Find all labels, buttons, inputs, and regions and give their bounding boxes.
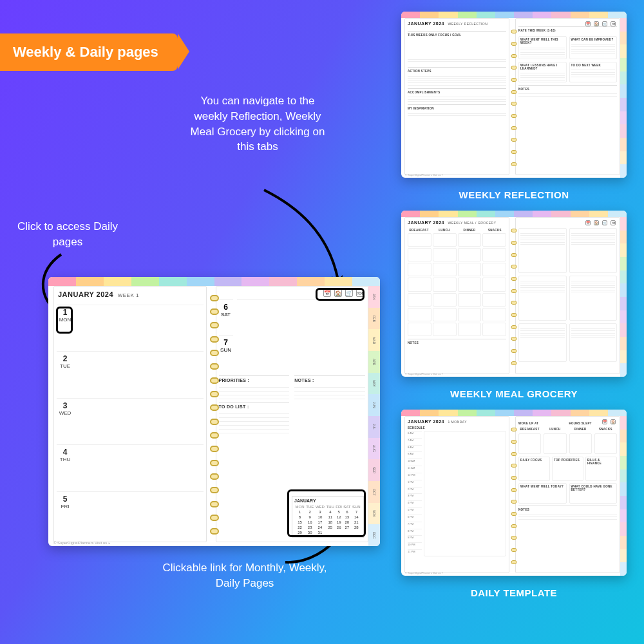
thumb-daily-template[interactable]: JANUARY 2024 1 MONDAY SCHEDULE 6 AM7 AM8… <box>401 410 627 576</box>
day-link[interactable]: 6SAT <box>219 299 233 335</box>
page-title-ribbon: Weekly & Daily pages <box>0 33 178 71</box>
day-link[interactable]: 5FRI <box>57 491 73 538</box>
thumb-weekly-reflection[interactable]: JANUARY 2024 WEEKLY REFLECTION THIS WEEK… <box>401 12 627 178</box>
home-icon[interactable]: 🏠 <box>334 289 342 297</box>
day-link[interactable]: 4THU <box>57 444 73 491</box>
top-tabs[interactable] <box>48 277 380 286</box>
day-link[interactable]: 7SUN <box>219 335 233 370</box>
thumb-label-meal: WEEKLY MEAL GROCERY <box>450 388 578 399</box>
mini-calendar[interactable]: JANUARY MONTUEWEDTHUFRISATSUN 1234567 89… <box>292 496 364 538</box>
side-month-tabs[interactable]: JANFEBMARAPRMAYJUNJULAUGSEPOCTNOVDEC <box>368 286 380 546</box>
weekly-planner: JANFEBMARAPRMAYJUNJULAUGSEPOCTNOVDEC JAN… <box>48 277 380 546</box>
spiral-binding <box>210 291 219 538</box>
day-link[interactable]: 2TUE <box>57 351 73 397</box>
callout-daily: Click to access Daily pages <box>16 219 119 250</box>
day-link[interactable]: 3WED <box>57 398 73 444</box>
weekly-left-page: JANUARY 2024 WEEK 1 1MON 2TUE 3WED 4THU … <box>53 286 207 542</box>
footer-credit: © SuperDigitalPlanners Visit us » <box>53 541 110 545</box>
todo-label: TO DO LIST : <box>219 404 290 409</box>
thumb-weekly-meal[interactable]: JANUARY 2024 WEEKLY MEAL / GROCERY BREAK… <box>401 211 627 377</box>
weekday-area <box>73 305 204 538</box>
cart-icon[interactable]: 🛒 <box>345 289 353 297</box>
thumb-label-reflection: WEEKLY REFLECTION <box>459 189 569 200</box>
notes-label: NOTES : <box>294 378 365 383</box>
weekly-title: JANUARY 2024 WEEK 1 <box>58 290 202 298</box>
meal-icon[interactable]: 🍽 <box>356 289 364 297</box>
callout-tabs: You can navigate to the weekly Reflectio… <box>184 93 332 155</box>
priorities-label: PRIORITIES : <box>219 378 290 383</box>
weekday-column[interactable]: 1MON 2TUE 3WED 4THU 5FRI <box>57 305 73 538</box>
weekly-right-page: 📅 🏠 🛒 🍽 6SAT 7SUN PRIORITIES : TO DO LI <box>216 286 369 542</box>
weekly-nav-icons[interactable]: 📅 🏠 🛒 🍽 <box>323 289 364 297</box>
day-link[interactable]: 1MON <box>57 305 73 351</box>
calendar-icon[interactable]: 📅 <box>323 289 331 297</box>
thumb-label-daily: DAILY TEMPLATE <box>471 587 557 598</box>
